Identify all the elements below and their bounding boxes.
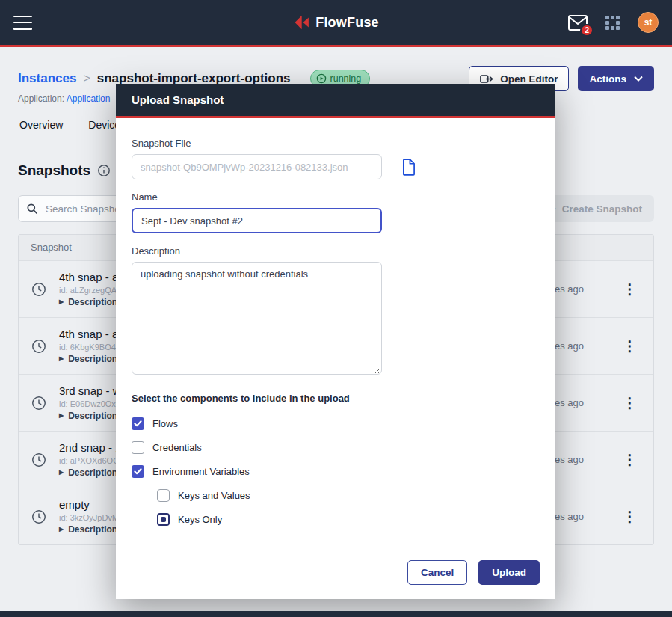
description-toggle[interactable]: ▶ Description — [59, 354, 120, 364]
option-label: Keys Only — [178, 514, 222, 525]
snapshot-time: es ago — [555, 397, 618, 408]
upload-button[interactable]: Upload — [478, 560, 540, 585]
description-toggle[interactable]: ▶ Description — [59, 467, 124, 478]
snapshot-title: 3rd snap - w — [59, 384, 121, 397]
snapshot-file-input — [132, 154, 382, 179]
open-editor-label: Open Editor — [500, 73, 558, 85]
upload-snapshot-dialog: Upload Snapshot Snapshot File Name Descr… — [116, 84, 555, 599]
tab-overview[interactable]: Overview — [18, 116, 64, 137]
radio-dot — [161, 517, 166, 522]
snapshot-time: es ago — [555, 283, 618, 295]
create-snapshot-label: Create Snapshot — [562, 203, 642, 215]
app-screen: FlowFuse 2 st Instances > snapsh — [0, 0, 672, 617]
notification-badge: 2 — [580, 24, 594, 37]
bottom-bar — [0, 611, 672, 617]
snapshot-title: 4th snap - a — [59, 328, 120, 340]
option-label: Flows — [152, 418, 178, 429]
cancel-button[interactable]: Cancel — [407, 560, 467, 585]
snapshot-id: id: aLZgrzegQA — [59, 286, 118, 295]
option-flows[interactable]: Flows — [132, 411, 540, 435]
row-menu-button[interactable]: ⋮ — [618, 451, 641, 468]
description-textarea[interactable]: uploading snapshot without credentials — [132, 262, 382, 375]
checkmark-icon — [134, 468, 142, 475]
application-link[interactable]: Application — [67, 93, 111, 104]
credentials-checkbox[interactable] — [132, 441, 144, 454]
clock-icon — [31, 509, 47, 525]
snapshot-title: 2nd snap - 1 — [59, 441, 124, 454]
document-icon — [401, 159, 416, 176]
brand-name: FlowFuse — [315, 15, 379, 31]
chevron-down-icon — [634, 76, 643, 82]
name-input[interactable] — [132, 208, 382, 233]
option-credentials[interactable]: Credentials — [132, 435, 540, 459]
choose-file-button[interactable] — [401, 159, 416, 176]
description-label: Description — [68, 524, 117, 535]
brand-accent-divider — [0, 45, 672, 47]
file-field-row — [132, 154, 540, 179]
brand: FlowFuse — [293, 14, 379, 31]
description-toggle[interactable]: ▶ Description — [59, 411, 121, 421]
running-play-icon — [316, 73, 327, 84]
components-label: Select the components to include in the … — [132, 393, 540, 404]
actions-dropdown-button[interactable]: Actions — [578, 66, 654, 91]
option-keys-only[interactable]: Keys Only — [157, 507, 540, 531]
snapshot-time: es ago — [555, 454, 618, 465]
info-icon[interactable] — [97, 164, 111, 177]
row-menu-button[interactable]: ⋮ — [618, 508, 641, 525]
snapshot-title: 4th snap - a — [59, 271, 118, 283]
name-label: Name — [132, 191, 540, 203]
description-label: Description — [132, 245, 540, 257]
user-avatar[interactable]: st — [638, 12, 659, 33]
option-label: Credentials — [152, 442, 202, 453]
description-toggle[interactable]: ▶ Description — [59, 297, 118, 307]
row-menu-button[interactable]: ⋮ — [618, 280, 641, 298]
expand-icon: ▶ — [59, 527, 64, 532]
snapshot-info: 4th snap - a id: 6KbgK9BO4a ▶ Descriptio… — [59, 320, 120, 372]
expand-icon: ▶ — [59, 299, 64, 305]
apps-button[interactable] — [604, 14, 621, 31]
dialog-title: Upload Snapshot — [132, 93, 224, 106]
dialog-body: Snapshot File Name Description uploading… — [116, 118, 555, 599]
dialog-footer: Cancel Upload — [132, 560, 540, 585]
snapshot-time: es ago — [555, 340, 618, 352]
top-navbar: FlowFuse 2 st — [0, 0, 672, 45]
avatar-initials: st — [644, 17, 653, 28]
menu-button[interactable] — [13, 16, 32, 30]
chip-grid-icon — [604, 14, 621, 31]
option-label: Environment Variables — [152, 466, 250, 477]
flows-checkbox[interactable] — [132, 417, 144, 430]
clock-icon — [31, 452, 47, 468]
checkmark-icon — [134, 420, 142, 427]
environment-variables-checkbox[interactable] — [132, 465, 144, 478]
expand-icon: ▶ — [59, 356, 64, 362]
breadcrumb-instances-link[interactable]: Instances — [18, 71, 76, 86]
flowfuse-logo-icon — [293, 14, 309, 31]
clock-icon — [31, 395, 47, 411]
option-environment-variables[interactable]: Environment Variables — [132, 459, 540, 483]
chevron-right-icon: > — [83, 72, 90, 85]
clock-icon — [31, 338, 47, 354]
keys-and-values-radio[interactable] — [157, 489, 170, 502]
status-label: running — [330, 73, 362, 84]
search-icon — [26, 203, 38, 218]
description-label: Description — [68, 411, 117, 421]
snapshots-title: Snapshots — [18, 162, 90, 179]
snapshot-info: 4th snap - a id: aLZgrzegQA ▶ Descriptio… — [59, 263, 118, 315]
option-keys-and-values[interactable]: Keys and Values — [157, 483, 540, 507]
snapshot-id: id: 3kzOyJpDvM — [59, 513, 119, 522]
snapshot-id: id: 6KbgK9BO4a — [59, 343, 120, 352]
snapshot-title: empty — [59, 498, 119, 511]
column-header-snapshot: Snapshot — [31, 242, 72, 253]
application-label: Application: — [18, 93, 64, 104]
notifications-button[interactable]: 2 — [568, 15, 588, 31]
description-toggle[interactable]: ▶ Description — [59, 524, 119, 535]
keys-only-radio[interactable] — [157, 513, 170, 526]
clock-icon — [31, 281, 47, 298]
snapshot-time: es ago — [555, 511, 618, 522]
row-menu-button[interactable]: ⋮ — [618, 394, 641, 411]
row-menu-button[interactable]: ⋮ — [618, 337, 641, 354]
snapshot-file-label: Snapshot File — [132, 138, 540, 149]
navbar-right: 2 st — [568, 12, 659, 33]
description-label: Description — [68, 467, 117, 478]
description-label: Description — [68, 297, 117, 307]
